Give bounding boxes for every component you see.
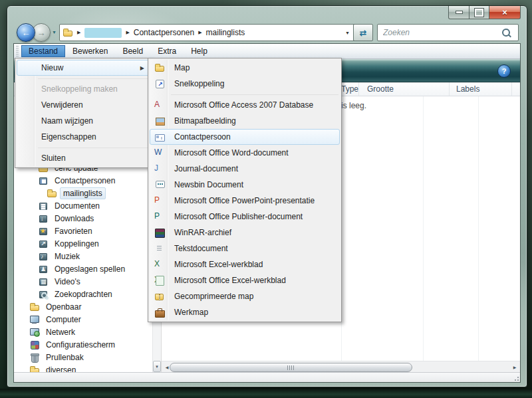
column-header-labels[interactable]: Labels — [450, 82, 512, 96]
tree-item-zoekopdrachten[interactable]: Zoekopdrachten — [14, 288, 153, 300]
new-submenu-item-separator — [150, 92, 340, 97]
powerpoint-presentation-icon — [154, 195, 165, 206]
tree-item-video-s[interactable]: Video's — [14, 275, 153, 288]
column-header-grootte[interactable]: Grootte — [359, 82, 450, 96]
menu-item-label: Microsoft Office Word-document — [174, 148, 289, 157]
close-button[interactable]: × — [489, 6, 521, 19]
menu-item-label: Contactpersoon — [174, 132, 231, 142]
tree-item-label: Documenten — [51, 200, 103, 212]
tree-item-diversen[interactable]: diversen — [14, 363, 153, 372]
tree-item-label: Configuratiescherm — [43, 339, 118, 351]
new-submenu-item-tekstdocument[interactable]: Tekstdocument — [150, 241, 340, 256]
file-menu-item-sluiten[interactable]: Sluiten — [17, 150, 150, 166]
new-submenu-item-newsbin-document[interactable]: Newsbin Document — [150, 177, 340, 193]
tree-item-label: Netwerk — [43, 326, 78, 338]
folder-tree: cenc update Contactpersonen mailinglists — [14, 161, 153, 372]
breadcrumb-segment[interactable]: ▶ — [73, 28, 122, 38]
menu-help[interactable]: Help — [184, 45, 215, 57]
refresh-button[interactable]: ⇄ — [353, 24, 373, 41]
tree-item-computer[interactable]: Computer — [14, 313, 153, 326]
control-panel-icon — [29, 340, 40, 350]
new-submenu-item-microsoft-office-word-document[interactable]: Microsoft Office Word-document — [150, 145, 340, 161]
new-submenu-item-microsoft-office-powerpoint-presentatie[interactable]: Microsoft Office PowerPoint-presentatie — [150, 193, 340, 209]
file-menu-item-nieuw[interactable]: Nieuw ▶ — [17, 60, 150, 76]
menu-item-label: Map — [174, 63, 190, 72]
file-menu-item-separator — [17, 145, 150, 150]
new-submenu-item-winrar-archief[interactable]: WinRAR-archief — [150, 225, 340, 241]
status-bar — [14, 372, 520, 382]
horizontal-scrollbar[interactable]: ◀ ▶ — [162, 361, 520, 372]
tree-item-prullenbak[interactable]: Prullenbak — [14, 351, 153, 363]
breadcrumb-segment-mailinglists[interactable]: ▶ mailinglists — [194, 28, 245, 37]
tree-item-label: Koppelingen — [51, 238, 102, 250]
tree-item-openbaar[interactable]: Openbaar — [14, 300, 153, 313]
searches-folder-icon — [38, 289, 49, 300]
new-submenu-item-bitmapafbeelding[interactable]: Bitmapafbeelding — [150, 113, 340, 129]
help-button[interactable]: ? — [497, 64, 511, 78]
excel-worksheet-icon — [154, 259, 165, 270]
horizontal-scroll-thumb[interactable] — [170, 363, 412, 372]
address-dropdown-icon[interactable]: ▼ — [342, 31, 352, 35]
newsbin-document-icon — [154, 179, 165, 190]
file-menu-item-separator — [17, 76, 150, 81]
search-input[interactable] — [378, 28, 502, 37]
tree-item-label: Prullenbak — [43, 351, 87, 363]
tree-item-configuratiescherm[interactable]: Configuratiescherm — [14, 338, 153, 351]
tree-item-muziek[interactable]: Muziek — [14, 250, 153, 262]
tree-item-contactpersonen[interactable]: Contactpersonen — [14, 174, 153, 187]
back-button[interactable]: ← — [17, 23, 35, 42]
music-folder-icon — [38, 251, 49, 262]
publisher-document-icon — [154, 211, 165, 222]
tree-item-netwerk[interactable]: Netwerk — [14, 326, 153, 338]
tree-item-mailinglists[interactable]: mailinglists — [14, 187, 153, 199]
menu-beeld[interactable]: Beeld — [115, 45, 150, 57]
menu-bestand[interactable]: Bestand — [21, 45, 65, 57]
file-menu-item-verwijderen[interactable]: Verwijderen — [17, 97, 150, 113]
tree-item-documenten[interactable]: Documenten — [14, 199, 153, 212]
breadcrumb-arrow-icon: ▶ — [194, 30, 205, 35]
tree-item-opgeslagen-spellen[interactable]: Opgeslagen spellen — [14, 262, 153, 275]
folder-icon — [29, 302, 40, 312]
new-submenu-item-microsoft-excel-werkblad[interactable]: Microsoft Excel-werkblad — [150, 256, 340, 272]
new-submenu-item-journal-document[interactable]: Journal-document — [150, 161, 340, 177]
new-submenu-item-microsoft-office-publisher-document[interactable]: Microsoft Office Publisher-document — [150, 209, 340, 225]
scroll-right-icon: ▶ — [513, 365, 517, 369]
new-submenu-item-gecomprimeerde-map[interactable]: Gecomprimeerde map — [150, 288, 340, 304]
submenu-arrow-icon: ▶ — [140, 65, 144, 71]
refresh-icon: ⇄ — [360, 28, 367, 38]
column-gridline — [478, 96, 479, 361]
minimize-button[interactable] — [448, 6, 469, 19]
file-menu-item-eigenschappen[interactable]: Eigenschappen — [17, 129, 150, 145]
column-header-type[interactable]: Type — [341, 82, 359, 96]
tree-item-label: Downloads — [51, 213, 97, 225]
tree-item-downloads[interactable]: Downloads — [14, 212, 153, 225]
videos-folder-icon — [38, 276, 49, 287]
menu-item-label: Newsbin Document — [174, 180, 243, 189]
menubar-grip[interactable] — [16, 46, 19, 56]
resize-grip[interactable] — [513, 375, 519, 381]
new-submenu-item-microsoft-office-access-2007-database[interactable]: Microsoft Office Access 2007 Database — [150, 97, 340, 113]
new-submenu-item-microsoft-office-excel-werkblad[interactable]: Microsoft Office Excel-werkblad — [150, 272, 340, 288]
new-submenu-item-contactpersoon[interactable]: Contactpersoon — [150, 129, 340, 145]
tree-item-favorieten[interactable]: Favorieten — [14, 225, 153, 237]
minimize-icon — [456, 11, 462, 13]
menu-extra[interactable]: Extra — [150, 45, 184, 57]
menu-bewerken[interactable]: Bewerken — [65, 45, 115, 57]
recent-pages-chevron[interactable]: ▼ — [52, 30, 57, 35]
address-bar[interactable]: ▶ ▶ Contactpersonen ▶ mailinglists — [59, 24, 356, 41]
new-submenu-item-werkmap[interactable]: Werkmap — [150, 304, 340, 320]
file-menu-item-snelkoppeling-maken[interactable]: Snelkoppeling maken — [17, 81, 150, 97]
menu-item-label: Microsoft Office Access 2007 Database — [174, 100, 313, 110]
scroll-right-button[interactable]: ▶ — [509, 361, 520, 372]
scroll-down-button[interactable]: ▼ — [153, 361, 161, 372]
tree-item-label: Zoekopdrachten — [51, 288, 116, 300]
folder-icon — [29, 365, 40, 373]
breadcrumb-segment-contactpersonen[interactable]: ▶ Contactpersonen — [122, 28, 194, 37]
tree-item-koppelingen[interactable]: Koppelingen — [14, 237, 153, 250]
new-submenu-item-map[interactable]: Map — [150, 60, 340, 76]
new-submenu-item-snelkoppeling[interactable]: Snelkoppeling — [150, 76, 340, 92]
menu-item-label: Microsoft Excel-werkblad — [174, 260, 263, 269]
file-menu-item-naam-wijzigen[interactable]: Naam wijzigen — [17, 113, 150, 129]
maximize-button[interactable] — [469, 6, 489, 19]
help-icon: ? — [502, 67, 507, 75]
